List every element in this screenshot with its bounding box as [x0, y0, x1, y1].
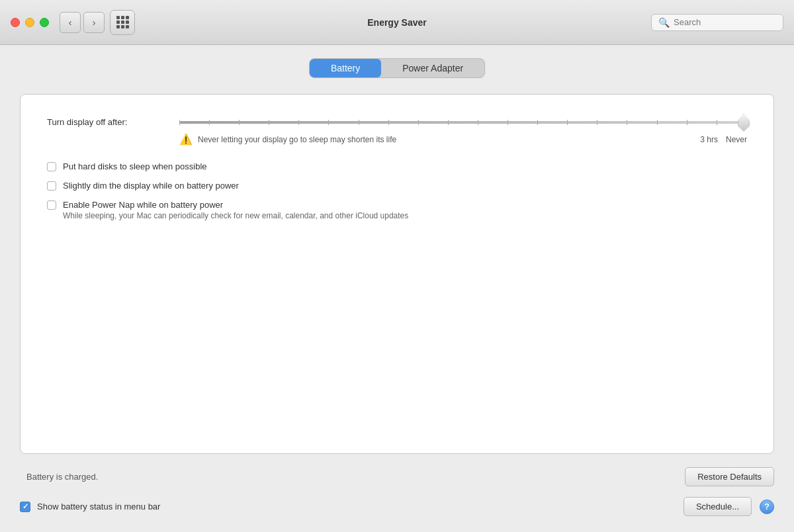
nav-buttons: ‹ ›: [60, 12, 105, 33]
forward-button[interactable]: ›: [83, 12, 105, 33]
back-button[interactable]: ‹: [60, 12, 81, 33]
checkbox-text-dim-display: Slightly dim the display while on batter…: [63, 181, 239, 191]
slider-label: Turn display off after:: [47, 114, 179, 127]
tab-group: Battery Power Adapter: [309, 58, 485, 78]
minimize-button[interactable]: [25, 18, 34, 27]
schedule-button[interactable]: Schedule...: [684, 497, 752, 516]
footer-right: Schedule... ?: [684, 497, 774, 516]
slider-label-never: Never: [726, 135, 747, 144]
tab-power-adapter[interactable]: Power Adapter: [381, 59, 484, 77]
main-content: Battery Power Adapter Turn display off a…: [0, 45, 794, 532]
checkmark-icon: ✓: [22, 502, 28, 511]
checkbox-text-power-nap: Enable Power Nap while on battery power …: [63, 200, 408, 220]
search-icon: 🔍: [658, 17, 670, 28]
slider-track-wrapper: [179, 114, 747, 130]
checkbox-sublabel-power-nap: While sleeping, your Mac can periodicall…: [63, 211, 408, 220]
window-title: Energy Saver: [367, 17, 427, 28]
grid-icon: [116, 16, 129, 28]
show-battery-row: ✓ Show battery status in menu bar: [20, 502, 160, 512]
footer-bar: ✓ Show battery status in menu bar Schedu…: [20, 492, 774, 519]
slider-track[interactable]: [179, 121, 747, 124]
tab-bar: Battery Power Adapter: [20, 58, 774, 78]
warning-icon: ⚠️: [179, 133, 193, 146]
slider-ticks: [179, 120, 747, 125]
grid-view-button[interactable]: [110, 10, 135, 35]
slider-section: Turn display off after:: [47, 114, 747, 146]
restore-defaults-button[interactable]: Restore Defaults: [685, 467, 774, 486]
slider-thumb[interactable]: [738, 113, 750, 132]
tab-battery[interactable]: Battery: [310, 59, 381, 77]
warning-text: Never letting your display go to sleep m…: [198, 135, 695, 144]
checkbox-show-battery[interactable]: ✓: [20, 502, 30, 512]
battery-status: Battery is charged.: [26, 472, 98, 482]
slider-container: ⚠️ Never letting your display go to slee…: [179, 114, 747, 146]
checkbox-dim-display[interactable]: [47, 181, 56, 191]
checkbox-row-power-nap: Enable Power Nap while on battery power …: [47, 200, 747, 220]
bottom-bar: Battery is charged. Restore Defaults: [20, 462, 774, 492]
show-battery-label: Show battery status in menu bar: [37, 502, 160, 511]
search-input[interactable]: [674, 17, 773, 27]
help-button[interactable]: ?: [760, 500, 774, 514]
maximize-button[interactable]: [40, 18, 49, 27]
search-box[interactable]: 🔍: [651, 14, 783, 31]
checkbox-power-nap[interactable]: [47, 200, 56, 210]
checkbox-label-power-nap: Enable Power Nap while on battery power: [63, 200, 408, 210]
checkbox-hard-disks[interactable]: [47, 162, 56, 171]
checkbox-label-hard-disks: Put hard disks to sleep when possible: [63, 161, 207, 171]
titlebar: ‹ › Energy Saver 🔍: [0, 0, 794, 45]
checkbox-row-hard-disks: Put hard disks to sleep when possible: [47, 161, 747, 171]
slider-end-labels: 3 hrs Never: [700, 135, 747, 144]
settings-panel: Turn display off after:: [20, 94, 774, 454]
checkbox-text-hard-disks: Put hard disks to sleep when possible: [63, 161, 207, 171]
checkbox-row-dim-display: Slightly dim the display while on batter…: [47, 181, 747, 191]
checkbox-section: Put hard disks to sleep when possible Sl…: [47, 161, 747, 220]
close-button[interactable]: [11, 18, 20, 27]
checkbox-label-dim-display: Slightly dim the display while on batter…: [63, 181, 239, 191]
slider-label-3hrs: 3 hrs: [700, 135, 718, 144]
slider-bottom: ⚠️ Never letting your display go to slee…: [179, 133, 747, 146]
traffic-lights: [11, 18, 49, 27]
